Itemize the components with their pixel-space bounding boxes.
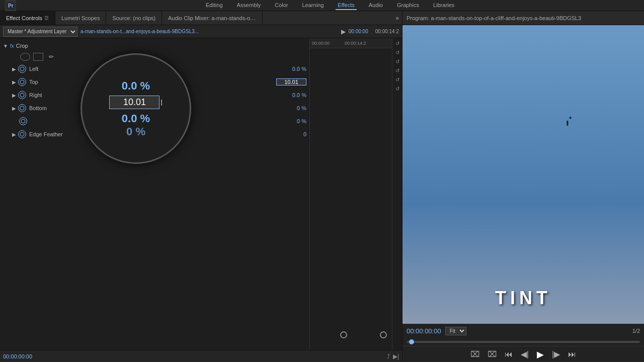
- top-toggle[interactable]: ▶: [12, 79, 16, 85]
- main-layout: Effect Controls ☰ Lumetri Scopes Source:…: [0, 11, 644, 362]
- source-row: Master * Adjustment Layer a-man-stands-o…: [0, 25, 402, 38]
- svg-point-8: [341, 332, 347, 338]
- svg-point-5: [20, 106, 24, 110]
- reset-btn-2[interactable]: ↺: [393, 48, 401, 56]
- panel-tabs: Effect Controls ☰ Lumetri Scopes Source:…: [0, 11, 402, 25]
- nav-graphics[interactable]: Graphics: [395, 1, 421, 10]
- program-video: TINT: [403, 25, 644, 324]
- rect-shape-btn[interactable]: [33, 53, 43, 61]
- video-text-overlay: TINT: [495, 288, 551, 309]
- svg-point-6: [21, 119, 25, 123]
- nav-learning[interactable]: Learning: [300, 1, 326, 10]
- top-icon: [18, 78, 26, 86]
- svg-point-9: [380, 332, 386, 338]
- tab-menu-icon[interactable]: ☰: [44, 15, 49, 21]
- ellipse-shape-btn[interactable]: [20, 53, 30, 61]
- timecode-end: 00:00:14:2: [375, 29, 399, 34]
- play-through-icon[interactable]: ▶|: [393, 353, 399, 360]
- svg-point-4: [20, 93, 24, 97]
- tab-effect-controls[interactable]: Effect Controls ☰: [0, 11, 55, 25]
- program-fraction: 1/2: [632, 328, 640, 334]
- mark-out-btn[interactable]: ⌧: [486, 348, 499, 360]
- left-toggle[interactable]: ▶: [12, 66, 16, 72]
- export-icon[interactable]: ⤴: [387, 353, 390, 360]
- program-scrubber[interactable]: [403, 338, 644, 346]
- crop-title: Crop: [16, 43, 28, 49]
- effect-ctrl-footer: 00:00:00:00 ⤴ ▶|: [0, 350, 402, 362]
- mag-top-value: 0.0 %: [122, 79, 150, 93]
- program-timecode[interactable]: 00:00:00:00: [407, 327, 441, 335]
- tab-source[interactable]: Source: (no clips): [106, 11, 162, 25]
- app-logo: Pr: [5, 0, 16, 11]
- left-icon: [18, 65, 26, 73]
- go-to-out-btn[interactable]: ⏭: [566, 349, 578, 360]
- reset-btn-col: ↺ ↺ ↺ ↺ ↺ ↺: [392, 38, 402, 350]
- right-panel: Program: a-man-stands-on-top-of-a-cliff-…: [403, 11, 644, 362]
- effect-timecode: 00:00:00:00: [3, 353, 32, 359]
- go-to-in-btn[interactable]: ⏮: [503, 349, 515, 360]
- reset-btn-5[interactable]: ↺: [393, 75, 401, 83]
- clip-name-display: a-man-stands-on-t...and-enjoys-a-beauti-…: [80, 29, 338, 34]
- right-value[interactable]: 0.0 %: [276, 92, 306, 98]
- nav-color[interactable]: Color: [273, 1, 290, 10]
- reset-btn-4[interactable]: ↺: [393, 66, 401, 74]
- scrubber-thumb[interactable]: [409, 339, 414, 344]
- row5-value[interactable]: 0 %: [276, 118, 306, 124]
- top-value-input[interactable]: [276, 78, 306, 85]
- tab-audio-mixer[interactable]: Audio Clip Mixer: a-man-stands-on-top-of…: [162, 11, 263, 25]
- effect-timeline-area: 00:00:00 00:00:14:2 ↺ ↺ ↺ ↺ ↺ ↺: [309, 38, 402, 350]
- mag-input-row: |: [109, 96, 162, 109]
- svg-point-14: [570, 117, 572, 119]
- svg-rect-13: [567, 121, 568, 126]
- svg-point-3: [20, 80, 24, 84]
- program-controls: ⌧ ⌧ ⏮ ◀| ▶ |▶ ⏭: [403, 346, 644, 362]
- mag-input[interactable]: [109, 96, 159, 109]
- mag-bot-value: 0.0 %: [122, 112, 150, 125]
- bottom-value[interactable]: 0 %: [276, 105, 306, 111]
- bottom-icon: [18, 104, 26, 112]
- effect-ruler: 00:00:00 00:00:14:2: [310, 38, 402, 48]
- mag-bot2-value: 0 %: [126, 125, 145, 138]
- reset-btn-6[interactable]: ↺: [393, 84, 401, 93]
- reset-btn-3[interactable]: ↺: [393, 57, 401, 65]
- svg-rect-10: [403, 25, 644, 324]
- scrubber-track[interactable]: [407, 341, 640, 343]
- top-nav: Pr Editing Assembly Color Learning Effec…: [0, 0, 644, 11]
- program-fit-select[interactable]: Fit: [445, 327, 466, 335]
- left-value[interactable]: 0.0 %: [276, 66, 306, 72]
- mark-in-btn[interactable]: ⌧: [468, 348, 481, 360]
- nav-audio[interactable]: Audio: [367, 1, 385, 10]
- left-panel: Effect Controls ☰ Lumetri Scopes Source:…: [0, 11, 403, 362]
- ruler-mark-0: 00:00:00: [312, 41, 330, 46]
- right-toggle[interactable]: ▶: [12, 93, 16, 98]
- step-fwd-btn[interactable]: |▶: [550, 348, 562, 360]
- bottom-toggle[interactable]: ▶: [12, 106, 16, 111]
- svg-point-7: [20, 132, 24, 136]
- timecode-start: 00:00:00: [349, 29, 368, 34]
- crop-section-header[interactable]: ▼ fx Crop: [0, 40, 309, 51]
- ruler-mark-1: 00:00:14:2: [345, 41, 366, 46]
- crop-arrow: ▼: [3, 43, 8, 49]
- program-timecode-row: 00:00:00:00 Fit 1/2: [403, 324, 644, 338]
- nav-libraries[interactable]: Libraries: [431, 1, 456, 10]
- tab-lumetri-scopes[interactable]: Lumetri Scopes: [55, 11, 106, 25]
- timeline-handle-right[interactable]: [380, 331, 387, 340]
- program-video-bg: TINT: [403, 25, 644, 324]
- pen-shape-btn[interactable]: ✏: [46, 53, 56, 61]
- svg-point-2: [20, 67, 24, 71]
- play-btn[interactable]: ▶: [535, 348, 546, 361]
- edge-toggle[interactable]: ▶: [12, 132, 16, 137]
- edge-feather-value[interactable]: 0: [276, 131, 306, 137]
- row5-icon: [19, 117, 27, 125]
- master-layer-select[interactable]: Master * Adjustment Layer: [3, 27, 77, 37]
- fx-badge: fx: [10, 43, 14, 49]
- nav-effects[interactable]: Effects: [336, 1, 356, 10]
- nav-editing[interactable]: Editing: [204, 1, 225, 10]
- program-header: Program: a-man-stands-on-top-of-a-cliff-…: [403, 11, 644, 25]
- nav-assembly[interactable]: Assembly: [235, 1, 263, 10]
- step-back-btn[interactable]: ◀|: [519, 348, 531, 360]
- timeline-handle-left[interactable]: [340, 331, 347, 340]
- reset-btn-1[interactable]: ↺: [393, 39, 401, 47]
- play-icon[interactable]: ▶: [341, 28, 346, 35]
- panel-overflow-btn[interactable]: »: [392, 15, 402, 22]
